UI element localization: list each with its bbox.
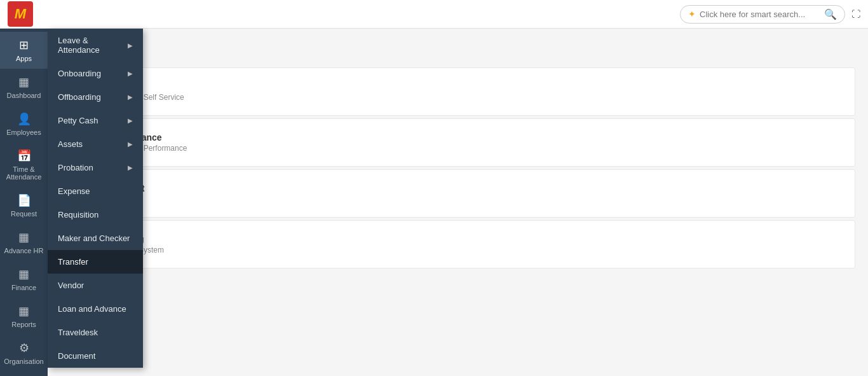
finance-icon: ▦ [18, 267, 29, 281]
employees-icon: 👤 [17, 112, 31, 126]
dropdown-item-label: Petty Cash [58, 116, 98, 125]
sidebar: ⊞ Apps ▦ Dashboard 👤 Employees 📅 Time & … [0, 29, 48, 376]
apps-icon: ⊞ [19, 38, 29, 52]
sidebar-item-label: Request [11, 210, 37, 218]
app-card-payment[interactable]: 👤 Payment Payment [60, 169, 855, 218]
smart-search-icon: ✦ [688, 9, 696, 19]
dropdown-item-onboarding[interactable]: Onboarding ▶ [48, 62, 143, 85]
sidebar-item-label: Employees [6, 129, 41, 136]
dropdown-item-label: Expense [58, 186, 90, 196]
dashboard-icon: ▦ [18, 75, 29, 89]
dropdown-item-traveldesk[interactable]: Traveldesk [48, 321, 143, 344]
expand-icon[interactable]: ⛶ [851, 9, 860, 19]
sidebar-item-label: Organisation [4, 358, 43, 365]
dropdown-item-label: Traveldesk [58, 328, 98, 337]
chevron-right-icon: ▶ [128, 141, 133, 148]
dropdown-item-maker-checker[interactable]: Maker and Checker [48, 226, 143, 250]
dropdown-menu: Leave & Attendance ▶ Onboarding ▶ Offboa… [48, 29, 143, 368]
reports-icon: ▦ [18, 304, 29, 318]
dropdown-item-label: Maker and Checker [58, 233, 130, 243]
sidebar-item-label: Finance [11, 284, 36, 291]
sidebar-item-reports[interactable]: ▦ Reports [0, 298, 48, 335]
advance-hr-icon: ▦ [18, 230, 29, 244]
search-input[interactable] [700, 10, 824, 19]
dropdown-item-expense[interactable]: Expense [48, 179, 143, 203]
dropdown-item-label: Requisition [58, 210, 98, 219]
sidebar-item-finance[interactable]: ▦ Finance [0, 261, 48, 298]
sidebar-item-label: Time & Attendance [3, 165, 44, 181]
dropdown-item-petty-cash[interactable]: Petty Cash ▶ [48, 109, 143, 132]
page-title: All Apps [60, 41, 855, 55]
dropdown-item-label: Transfer [58, 257, 88, 267]
dropdown-item-offboarding[interactable]: Offboarding ▶ [48, 85, 143, 109]
dropdown-item-loan-advance[interactable]: Loan and Advance [48, 297, 143, 321]
sidebar-item-label: Dashboard [7, 92, 41, 99]
request-icon: 📄 [17, 193, 31, 207]
organisation-icon: ⚙ [19, 341, 29, 355]
sidebar-item-organisation[interactable]: ⚙ Organisation [0, 335, 48, 372]
sidebar-item-engage[interactable]: ▦ Engage [0, 372, 48, 376]
dropdown-item-transfer[interactable]: Transfer [48, 250, 143, 274]
chevron-right-icon: ▶ [128, 117, 133, 124]
chevron-right-icon: ▶ [128, 70, 133, 77]
dropdown-item-vendor[interactable]: Vendor [48, 274, 143, 297]
dropdown-item-label: Offboarding [58, 92, 101, 102]
dropdown-item-label: Onboarding [58, 69, 101, 78]
app-card-performance[interactable]: 👤 Performance Employee Performance [60, 118, 855, 167]
search-bar[interactable]: ✦ 🔍 [680, 5, 845, 24]
sidebar-item-label: Advance HR [4, 247, 44, 254]
dropdown-item-label: Loan and Advance [58, 304, 126, 314]
dropdown-item-assets[interactable]: Assets ▶ [48, 132, 143, 156]
topbar-left: M [8, 1, 33, 27]
time-icon: 📅 [17, 149, 31, 163]
sidebar-item-apps[interactable]: ⊞ Apps [0, 32, 48, 69]
app-card-ess[interactable]: 👤 ESS Employee Self Service [60, 67, 855, 116]
sidebar-item-label: Apps [16, 55, 32, 62]
sidebar-item-advance-hr[interactable]: ▦ Advance HR [0, 224, 48, 261]
sidebar-item-time-attendance[interactable]: 📅 Time & Attendance [0, 143, 48, 187]
sidebar-item-dashboard[interactable]: ▦ Dashboard [0, 69, 48, 106]
app-card-tracking[interactable]: 👤 Tracking Tracking System [60, 220, 855, 268]
topbar-right: ✦ 🔍 ⛶ [680, 5, 860, 24]
dropdown-item-leave-attendance[interactable]: Leave & Attendance ▶ [48, 29, 143, 62]
dropdown-item-label: Probation [58, 163, 93, 172]
sidebar-item-employees[interactable]: 👤 Employees [0, 106, 48, 143]
dropdown-item-label: Vendor [58, 281, 84, 290]
dropdown-item-requisition[interactable]: Requisition [48, 203, 143, 226]
chevron-right-icon: ▶ [128, 42, 133, 49]
sidebar-item-label: Reports [11, 321, 36, 328]
chevron-right-icon: ▶ [128, 94, 133, 101]
brand-logo: M [8, 1, 33, 27]
sidebar-item-request[interactable]: 📄 Request [0, 187, 48, 224]
topbar: M ✦ 🔍 ⛶ [0, 0, 868, 29]
dropdown-item-label: Assets [58, 139, 83, 149]
dropdown-item-label: Leave & Attendance [58, 36, 128, 55]
chevron-right-icon: ▶ [128, 164, 133, 171]
dropdown-item-document[interactable]: Document [48, 344, 143, 368]
dropdown-item-label: Document [58, 351, 95, 361]
dropdown-item-probation[interactable]: Probation ▶ [48, 156, 143, 179]
main-content: All Apps 👤 ESS Employee Self Service 👤 P… [48, 29, 868, 376]
search-submit-button[interactable]: 🔍 [824, 8, 837, 20]
